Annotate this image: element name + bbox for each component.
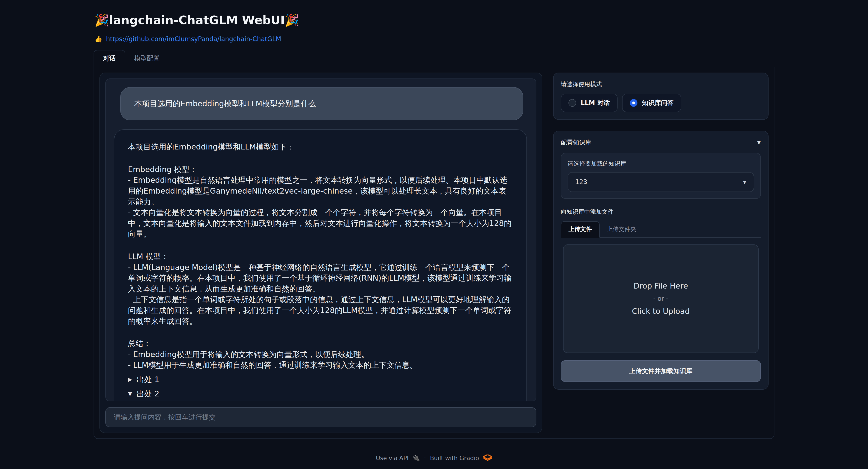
- collapse-caret-icon: ▼: [757, 140, 761, 145]
- kb-config-panel: 配置知识库 ▼ 请选择要加载的知识库 123 ▼ 向知识库中添加文件 上传文件 …: [553, 131, 769, 390]
- kb-select-dropdown[interactable]: 123 ▼: [567, 172, 754, 192]
- bot-paragraph-summary: 总结： - Embedding模型用于将输入的文本转换为向量形式，以便后续处理。…: [128, 338, 513, 371]
- tab-model-config[interactable]: 模型配置: [125, 51, 168, 67]
- triangle-right-icon: ▶: [128, 376, 132, 383]
- built-with-gradio-link[interactable]: Built with Gradio: [430, 455, 479, 462]
- tab-bar: 对话 模型配置: [94, 50, 774, 67]
- footer: Use via API 🔌 · Built with Gradio: [0, 448, 868, 469]
- file-dropzone[interactable]: Drop File Here - or - Click to Upload: [563, 244, 758, 353]
- kb-config-title: 配置知识库: [561, 138, 591, 147]
- page-title: 🎉langchain-ChatGLM WebUI🎉: [94, 13, 774, 28]
- main-container: 🎉langchain-ChatGLM WebUI🎉 👍 https://gith…: [94, 10, 774, 439]
- use-via-api-link[interactable]: Use via API: [376, 455, 409, 462]
- settings-column: 请选择使用模式 LLM 对话 知识库问答 配置知识库: [553, 72, 769, 433]
- kb-config-header[interactable]: 配置知识库 ▼: [561, 138, 761, 147]
- thumbs-up-icon: 👍: [94, 35, 102, 43]
- upload-and-load-kb-button[interactable]: 上传文件并加载知识库: [561, 360, 761, 382]
- radio-selected-icon: [630, 99, 638, 107]
- radio-llm-chat[interactable]: LLM 对话: [561, 94, 618, 112]
- dropzone-line-1: Drop File Here: [633, 280, 688, 292]
- mode-panel: 请选择使用模式 LLM 对话 知识库问答: [553, 72, 769, 120]
- chat-column: 本项目选用的Embedding模型和LLM模型分别是什么 本项目选用的Embed…: [99, 72, 542, 433]
- bot-paragraph-llm: LLM 模型： - LLM(Language Model)模型是一种基于神经网络…: [128, 251, 513, 326]
- radio-llm-chat-label: LLM 对话: [581, 98, 610, 107]
- bot-message: 本项目选用的Embedding模型和LLM模型如下： Embedding 模型：…: [114, 129, 527, 401]
- kb-select-label: 请选择要加载的知识库: [567, 160, 754, 168]
- kb-select-value: 123: [575, 178, 587, 186]
- bot-paragraph-embedding: Embedding 模型： - Embedding模型是自然语言处理中常用的模型…: [128, 164, 513, 239]
- app: 🎉langchain-ChatGLM WebUI🎉 👍 https://gith…: [0, 0, 868, 469]
- upload-tab-bar: 上传文件 上传文件夹: [561, 221, 761, 238]
- repo-row: 👍 https://github.com/imClumsyPanda/langc…: [94, 35, 774, 43]
- source-1-toggle[interactable]: ▶ 出处 1: [128, 374, 513, 385]
- tab-upload-folder[interactable]: 上传文件夹: [600, 222, 644, 237]
- source-2-label: 出处 2: [136, 388, 159, 399]
- plug-icon: 🔌: [413, 455, 420, 462]
- chat-tab-panel: 本项目选用的Embedding模型和LLM模型分别是什么 本项目选用的Embed…: [94, 67, 774, 439]
- dropzone-line-2: - or -: [653, 295, 669, 302]
- prompt-input[interactable]: [105, 407, 536, 427]
- tab-upload-file[interactable]: 上传文件: [561, 221, 600, 238]
- radio-knowledge-qa[interactable]: 知识库问答: [622, 94, 681, 112]
- tab-chat[interactable]: 对话: [94, 50, 125, 67]
- mode-label: 请选择使用模式: [561, 80, 761, 88]
- source-1-label: 出处 1: [136, 374, 159, 385]
- source-2-toggle[interactable]: ▼ 出处 2: [128, 388, 513, 399]
- mode-radio-group: LLM 对话 知识库问答: [561, 94, 761, 112]
- dropdown-caret-icon: ▼: [743, 179, 746, 185]
- chatbot-history[interactable]: 本项目选用的Embedding模型和LLM模型分别是什么 本项目选用的Embed…: [105, 79, 536, 401]
- bot-paragraph-intro: 本项目选用的Embedding模型和LLM模型如下：: [128, 142, 513, 152]
- add-files-label: 向知识库中添加文件: [561, 208, 761, 216]
- dropzone-line-3: Click to Upload: [632, 305, 690, 317]
- triangle-down-icon: ▼: [128, 390, 132, 398]
- radio-unselected-icon: [568, 99, 576, 107]
- gradio-logo-icon: [483, 455, 492, 462]
- kb-select-block: 请选择要加载的知识库 123 ▼: [561, 153, 761, 199]
- user-message: 本项目选用的Embedding模型和LLM模型分别是什么: [120, 87, 523, 120]
- radio-knowledge-qa-label: 知识库问答: [642, 98, 674, 107]
- footer-separator: ·: [424, 455, 426, 462]
- repo-link[interactable]: https://github.com/imClumsyPanda/langcha…: [106, 35, 281, 43]
- user-message-text: 本项目选用的Embedding模型和LLM模型分别是什么: [134, 99, 316, 108]
